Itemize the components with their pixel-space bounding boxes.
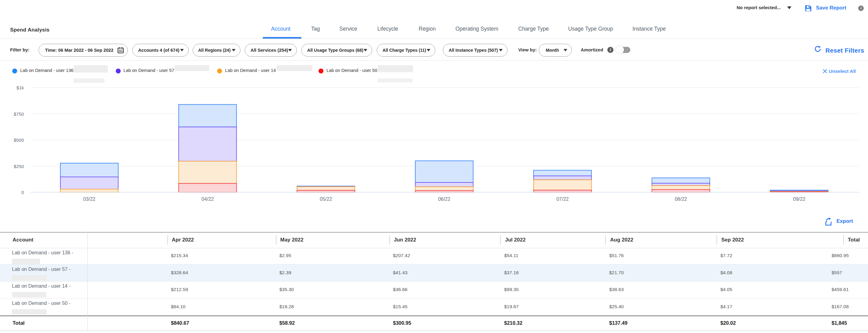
svg-text:08/22: 08/22 [675, 197, 687, 202]
svg-text:$250: $250 [14, 164, 24, 169]
svg-text:0: 0 [22, 190, 24, 195]
svg-text:09/22: 09/22 [793, 197, 805, 202]
svg-text:06/22: 06/22 [438, 197, 450, 202]
svg-text:$750: $750 [14, 111, 24, 116]
svg-text:$500: $500 [14, 137, 24, 143]
svg-text:07/22: 07/22 [557, 197, 569, 202]
svg-text:04/22: 04/22 [202, 197, 214, 202]
svg-text:03/22: 03/22 [83, 197, 95, 202]
svg-text:$1k: $1k [17, 85, 24, 90]
svg-text:05/22: 05/22 [320, 197, 332, 202]
